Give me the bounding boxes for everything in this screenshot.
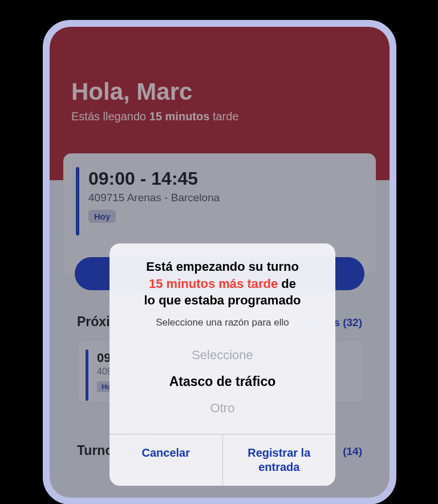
open-shifts-count[interactable]: (14): [343, 445, 362, 458]
greeting-text: Hola, Marc: [71, 78, 368, 105]
modal-title-highlight: 15 minutos más tarde: [149, 277, 278, 291]
picker-option[interactable]: Seleccione: [110, 342, 335, 368]
late-amount: 15 minutos: [149, 110, 210, 123]
shift-time: 09:00 - 14:45: [88, 168, 363, 189]
picker-option-selected[interactable]: Atasco de tráfico: [110, 368, 335, 395]
late-message: Estás llegando 15 minutos tarde: [71, 110, 368, 123]
phone-frame: Hola, Marc Estás llegando 15 minutos tar…: [43, 20, 396, 504]
modal-title: Está empezando su turno 15 minutos más t…: [110, 243, 335, 309]
late-reason-modal: Está empezando su turno 15 minutos más t…: [110, 243, 335, 486]
shift-location: 409715 Arenas - Barcelona: [88, 192, 363, 204]
picker-option[interactable]: Otro: [110, 395, 335, 421]
late-prefix: Estás llegando: [71, 110, 149, 123]
cancel-button[interactable]: Cancelar: [110, 434, 222, 486]
confirm-button[interactable]: Registrar la entrada: [222, 434, 336, 486]
mini-accent-bar: [86, 349, 88, 401]
shift-accent-bar: [76, 167, 79, 235]
late-suffix: tarde: [209, 110, 238, 123]
modal-subtitle: Seleccione una razón para ello: [110, 317, 335, 328]
shift-badge-today: Hoy: [88, 210, 116, 223]
modal-actions: Cancelar Registrar la entrada: [110, 434, 335, 486]
phone-screen: Hola, Marc Estás llegando 15 minutos tar…: [50, 27, 390, 498]
reason-picker[interactable]: Seleccione Atasco de tráfico Otro: [110, 342, 335, 421]
